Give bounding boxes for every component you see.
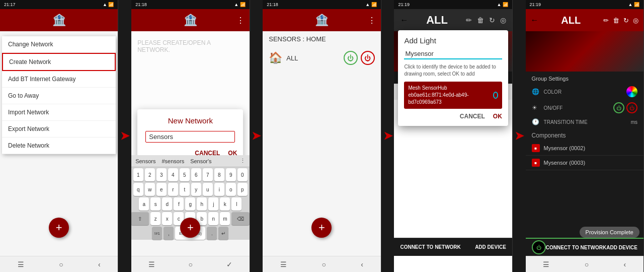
menu-item-export[interactable]: Export Network bbox=[2, 121, 116, 138]
key-2[interactable]: 2 bbox=[145, 168, 155, 181]
nav-back-icon-3[interactable]: ‹ bbox=[361, 260, 363, 268]
add-light-ok[interactable]: OK bbox=[493, 113, 502, 120]
key-k[interactable]: k bbox=[220, 197, 230, 211]
menu-item-delete[interactable]: Delete Network bbox=[2, 138, 116, 154]
key-1[interactable]: 1 bbox=[133, 168, 143, 181]
connect-label-4[interactable]: CONNECT TO NETWORK bbox=[400, 244, 460, 250]
component-row-2[interactable]: ■ Mysensor (0003) bbox=[526, 156, 643, 170]
nav-check-icon-2[interactable]: ✓ bbox=[226, 260, 232, 268]
device-row[interactable]: Mesh SensorHub eb0ae61c:8f71:4e0d-ab49-b… bbox=[404, 82, 502, 109]
nav-menu-icon[interactable]: ☰ bbox=[18, 260, 24, 268]
key-period[interactable]: . bbox=[207, 227, 217, 240]
key-8[interactable]: 8 bbox=[214, 168, 224, 181]
nav-back-icon-5[interactable]: ‹ bbox=[624, 260, 626, 268]
key-3[interactable]: 3 bbox=[156, 168, 167, 181]
target-icon-5[interactable]: ◎ bbox=[633, 17, 638, 24]
back-arrow-5[interactable]: ← bbox=[531, 16, 539, 25]
key-enter[interactable]: ↵ bbox=[218, 227, 228, 240]
nav-home-icon-5[interactable]: ○ bbox=[585, 260, 589, 268]
key-o[interactable]: o bbox=[226, 183, 236, 196]
key-u[interactable]: u bbox=[203, 183, 213, 196]
key-a[interactable]: a bbox=[139, 197, 149, 211]
key-s[interactable]: s bbox=[150, 197, 160, 211]
add-device-label-4[interactable]: ADD DEVICE bbox=[475, 244, 506, 250]
key-g[interactable]: g bbox=[185, 197, 195, 211]
add-light-input[interactable] bbox=[404, 49, 502, 58]
suggestion-1[interactable]: Sensors bbox=[135, 158, 155, 164]
menu-item-create-network[interactable]: Create Network bbox=[2, 53, 116, 71]
key-i[interactable]: i bbox=[214, 183, 224, 196]
key-e[interactable]: e bbox=[156, 183, 167, 196]
key-sym[interactable]: !#1 bbox=[152, 227, 162, 240]
device-radio[interactable] bbox=[493, 92, 498, 99]
onoff-off-icon[interactable]: ⏻ bbox=[626, 102, 637, 113]
nav-home-icon-3[interactable]: ○ bbox=[321, 260, 326, 268]
edit-icon-4[interactable]: ✏ bbox=[466, 16, 472, 24]
key-n[interactable]: n bbox=[208, 212, 218, 225]
suggestion-3[interactable]: Sensor's bbox=[190, 158, 211, 164]
add-device-label-5[interactable]: ADD DEVICE bbox=[606, 245, 637, 250]
key-f[interactable]: f bbox=[174, 197, 184, 211]
key-0[interactable]: 0 bbox=[237, 168, 248, 181]
key-l[interactable]: l bbox=[231, 197, 242, 211]
delete-icon-4[interactable]: 🗑 bbox=[477, 16, 484, 24]
power-on-icon[interactable]: ⏻ bbox=[344, 51, 358, 65]
key-backspace[interactable]: ⌫ bbox=[231, 212, 250, 225]
key-7[interactable]: 7 bbox=[203, 168, 213, 181]
menu-item-go-to-away[interactable]: Go to Away bbox=[2, 88, 116, 104]
refresh-icon-5[interactable]: ↻ bbox=[623, 17, 629, 24]
key-9[interactable]: 9 bbox=[226, 168, 236, 181]
header-dots-3[interactable]: ⋮ bbox=[368, 16, 376, 25]
key-h[interactable]: h bbox=[197, 197, 207, 211]
edit-icon-5[interactable]: ✏ bbox=[603, 17, 609, 24]
key-shift[interactable]: ⇧ bbox=[131, 212, 149, 225]
connect-label-5[interactable]: CONNECT TO NETWORK bbox=[546, 245, 606, 250]
delete-icon-5[interactable]: 🗑 bbox=[613, 17, 619, 24]
color-circle[interactable] bbox=[626, 86, 637, 97]
key-x[interactable]: x bbox=[162, 212, 172, 225]
key-5[interactable]: 5 bbox=[180, 168, 190, 181]
status-bar-1: 21:17 ▲ 📶 bbox=[0, 0, 118, 9]
all-row: 🏠 ALL ⏻ ⏻ bbox=[263, 47, 380, 69]
key-d[interactable]: d bbox=[162, 197, 172, 211]
key-4[interactable]: 4 bbox=[168, 168, 178, 181]
key-j[interactable]: j bbox=[208, 197, 218, 211]
power-off-icon[interactable]: ⏻ bbox=[361, 51, 375, 65]
nav-back-icon[interactable]: ‹ bbox=[98, 260, 101, 268]
add-light-cancel[interactable]: Cancel bbox=[460, 113, 485, 120]
menu-item-import[interactable]: Import Network bbox=[2, 104, 116, 121]
bank-icon-1: 🏦 bbox=[52, 14, 66, 27]
key-q[interactable]: q bbox=[133, 183, 143, 196]
header-dots-2[interactable]: ⋮ bbox=[236, 16, 245, 25]
component-label-1: Mysensor (0002) bbox=[544, 145, 586, 151]
key-r[interactable]: r bbox=[168, 183, 178, 196]
network-name-input[interactable] bbox=[145, 131, 235, 143]
fab-button-1[interactable]: + bbox=[49, 218, 69, 238]
nav-home-icon[interactable]: ○ bbox=[59, 260, 63, 268]
key-6[interactable]: 6 bbox=[191, 168, 201, 181]
key-comma[interactable]: , bbox=[164, 227, 174, 240]
nav-menu-icon-5[interactable]: ☰ bbox=[543, 260, 549, 268]
component-row-1[interactable]: ■ Mysensor (0002) bbox=[526, 141, 643, 156]
menu-item-add-bt[interactable]: Add BT Internet Gateway bbox=[2, 71, 116, 88]
key-z[interactable]: z bbox=[150, 212, 160, 225]
key-m[interactable]: m bbox=[220, 212, 230, 225]
key-y[interactable]: y bbox=[191, 183, 201, 196]
nav-home-icon-2[interactable]: ○ bbox=[189, 260, 193, 268]
nav-menu-icon-3[interactable]: ☰ bbox=[280, 260, 287, 268]
key-w[interactable]: w bbox=[145, 183, 155, 196]
setting-transition: 🕐 TRANSITION TIME ms bbox=[526, 116, 643, 128]
menu-item-change-network[interactable]: Change Network bbox=[2, 36, 116, 53]
key-p[interactable]: p bbox=[237, 183, 248, 196]
onoff-on-icon[interactable]: ⏻ bbox=[613, 102, 624, 113]
refresh-icon-4[interactable]: ↻ bbox=[489, 16, 495, 24]
phone-3: 21:18 ▲ 📶 🏦 ⋮ SENSORS : HOME 🏠 ALL ⏻ ⏻ +… bbox=[263, 0, 381, 272]
suggestion-2[interactable]: #sensors bbox=[162, 158, 185, 164]
all-icon: 🏠 bbox=[269, 51, 282, 64]
nav-menu-icon-2[interactable]: ☰ bbox=[148, 260, 155, 268]
fab-button-3[interactable]: + bbox=[311, 218, 332, 238]
back-arrow-4[interactable]: ← bbox=[400, 16, 408, 25]
key-t[interactable]: t bbox=[180, 183, 190, 196]
target-icon-4[interactable]: ◎ bbox=[500, 16, 506, 24]
fab-button-2[interactable]: + bbox=[180, 218, 200, 238]
